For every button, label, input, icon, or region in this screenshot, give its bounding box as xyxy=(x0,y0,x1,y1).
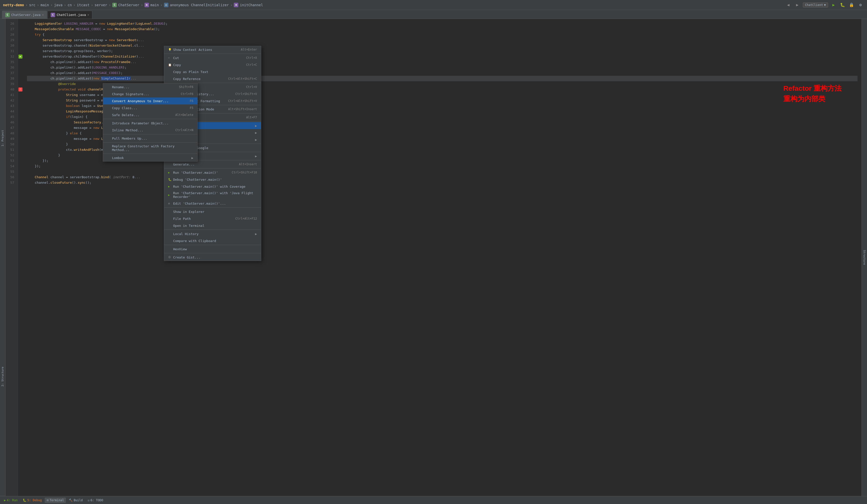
sub-safe-delete[interactable]: Safe Delete... Alt+Delete xyxy=(103,111,197,118)
sub-sep-1 xyxy=(103,119,197,119)
menu-copy-label: Copy xyxy=(173,63,240,67)
status-debug-label: 5: Debug xyxy=(28,498,42,502)
sub-replace-ctor[interactable]: Replace Constructor with Factory Method.… xyxy=(103,143,197,153)
sub-inline-method[interactable]: Inline Method... Ctrl+Alt+N xyxy=(103,127,197,134)
code-line-32: serverBootstrap.childHandler((ChannelIni… xyxy=(27,54,857,59)
tab-chatserver[interactable]: C ChatServer.java ✕ xyxy=(2,11,47,19)
sub-rename[interactable]: Rename... Shift+F6 xyxy=(103,84,197,90)
menu-copy-plain-label: Copy as Plain Text xyxy=(173,70,251,74)
status-run[interactable]: ▶ 4: Run xyxy=(2,497,20,503)
tab-bar: C ChatServer.java ✕ C ChatClient.java ✕ xyxy=(0,10,867,19)
status-todo[interactable]: ☑ 6: TODO xyxy=(86,497,105,503)
status-build[interactable]: 🔨 Build xyxy=(67,497,85,503)
tab-chatserver-icon: C xyxy=(5,13,10,17)
run-flight-icon: ▶ xyxy=(168,194,173,197)
coverage-btn[interactable]: 🔒 xyxy=(848,1,855,9)
menu-generate[interactable]: Generate... Alt+Insert xyxy=(164,161,261,168)
editor-area: 26 27 28 29 30 31 32 35 36 37 38 39 40 4… xyxy=(6,19,861,496)
right-panel-label[interactable]: Structure xyxy=(862,19,867,496)
menu-file-path[interactable]: File Path Ctrl+Alt+F12 xyxy=(164,215,261,222)
init-name: initChannel xyxy=(240,3,263,7)
project-name[interactable]: netty-demo xyxy=(3,3,24,7)
menu-show-explorer[interactable]: Show in Explorer xyxy=(164,208,261,215)
run-gutter-icon[interactable]: ▶ xyxy=(19,55,22,58)
tab-chatclient-icon: C xyxy=(51,13,55,17)
code-line-55 xyxy=(27,169,857,175)
menu-run-coverage[interactable]: ▶ Run 'ChatServer.main()' with Coverage xyxy=(164,183,261,190)
run-coverage-icon: ▶ xyxy=(168,185,173,188)
gc-40[interactable]: ! xyxy=(18,87,23,92)
gc-39 xyxy=(18,81,23,87)
menu-create-gist[interactable]: ⦿ Create Gist... xyxy=(164,254,261,261)
title-bar: netty-demo › src › main › java › cn › it… xyxy=(0,0,867,10)
menu-compare-clipboard-label: Compare with Clipboard xyxy=(173,239,257,243)
ln-28: 28 xyxy=(6,32,16,37)
menu-run-main[interactable]: ▶ Run 'ChatServer.main()' Ctrl+Shift+F10 xyxy=(164,169,261,176)
anon-name: anonymous ChannelInitializer xyxy=(170,3,229,7)
terminal-icon: ⊡ xyxy=(47,498,49,502)
tab-chatserver-close[interactable]: ✕ xyxy=(42,13,44,17)
ln-53: 53 xyxy=(6,158,16,164)
gc-53 xyxy=(18,158,23,164)
debug-btn[interactable]: 🐛 xyxy=(839,1,846,9)
ln-37: 37 xyxy=(6,70,16,76)
sub-copy-class[interactable]: Copy Class... F5 xyxy=(103,105,197,111)
sidebar-project[interactable]: 1: Project xyxy=(0,19,5,258)
sep-10 xyxy=(164,207,261,208)
sub-rename-label: Rename... xyxy=(112,85,173,89)
gc-57 xyxy=(18,180,23,185)
sep-12 xyxy=(164,245,261,245)
run-config[interactable]: ChatClient ▼ xyxy=(803,2,828,8)
sub-intro-param[interactable]: Introduce Parameter Object... xyxy=(103,120,197,127)
nav-back-btn[interactable]: ◀ xyxy=(785,1,792,9)
right-panel: Structure xyxy=(861,19,867,496)
status-debug[interactable]: 🐛 5: Debug xyxy=(21,497,44,503)
gc-51 xyxy=(18,147,23,153)
gc-32[interactable]: ▶ xyxy=(18,54,23,59)
menu-cut-label: Cut xyxy=(173,56,240,60)
sub-convert-anon[interactable]: Convert Anonymous to Inner... F6 xyxy=(103,97,197,105)
code-line-28: try { xyxy=(27,32,857,37)
menu-debug-main[interactable]: 🐛 Debug 'ChatServer.main()' xyxy=(164,176,261,183)
menu-cut[interactable]: ✂ Cut Ctrl+X xyxy=(164,54,261,61)
path-src: src xyxy=(29,3,35,7)
todo-icon: ☑ xyxy=(88,498,89,502)
gc-48 xyxy=(18,131,23,136)
refactor-submenu[interactable]: Rename... Shift+F6 Change Signature... C… xyxy=(103,83,197,162)
nav-fwd-btn[interactable]: ▶ xyxy=(794,1,801,9)
gc-46 xyxy=(18,120,23,125)
menu-open-terminal[interactable]: Open in Terminal xyxy=(164,222,261,229)
ln-49: 49 xyxy=(6,136,16,142)
settings-btn[interactable]: ⚙ xyxy=(857,1,864,9)
run-btn[interactable]: ▶ xyxy=(830,1,837,9)
menu-copy-plain[interactable]: Copy as Plain Text xyxy=(164,68,261,75)
ln-36: 36 xyxy=(6,65,16,70)
menu-file-path-shortcut: Ctrl+Alt+F12 xyxy=(235,217,257,220)
ln-56: 56 xyxy=(6,175,16,180)
menu-copy-ref[interactable]: Copy Reference Ctrl+Alt+Shift+C xyxy=(164,75,261,82)
menu-cut-shortcut: Ctrl+X xyxy=(246,56,257,59)
debug-main-icon: 🐛 xyxy=(168,178,173,181)
err-gutter-icon[interactable]: ! xyxy=(19,87,22,91)
gc-36 xyxy=(18,65,23,70)
sub-lombok[interactable]: Lombok ▶ xyxy=(103,154,197,161)
code-line-35: ch.pipeline().addLast(new ProcotolFrameD… xyxy=(27,59,857,65)
menu-hexview[interactable]: HexView xyxy=(164,245,261,252)
menu-edit-config[interactable]: ⚙ Edit 'ChatServer.main()'... xyxy=(164,200,261,207)
menu-copy[interactable]: 📋 Copy Ctrl+C xyxy=(164,61,261,68)
context-icon: 💡 xyxy=(168,48,173,51)
path-main: main xyxy=(40,3,49,7)
sub-change-sig[interactable]: Change Signature... Ctrl+F6 xyxy=(103,90,197,97)
menu-local-history[interactable]: Local History ▶ xyxy=(164,230,261,237)
status-terminal[interactable]: ⊡ Terminal xyxy=(45,497,66,503)
status-run-label: 4: Run xyxy=(7,498,18,502)
tab-chatclient[interactable]: C ChatClient.java ✕ xyxy=(47,11,92,19)
menu-compare-clipboard[interactable]: Compare with Clipboard xyxy=(164,237,261,244)
sub-pull-up[interactable]: Pull Members Up... xyxy=(103,135,197,142)
gc-42 xyxy=(18,98,23,103)
sidebar-structure[interactable]: 2: Structure xyxy=(0,258,5,496)
tab-chatclient-close[interactable]: ✕ xyxy=(87,13,89,17)
code-line-57: channel.closeFuture().sync(); xyxy=(27,180,857,185)
menu-run-flight[interactable]: ▶ Run 'ChatServer.main()' with 'Java Fli… xyxy=(164,190,261,200)
menu-show-context[interactable]: 💡 Show Context Actions Alt+Enter xyxy=(164,46,261,53)
